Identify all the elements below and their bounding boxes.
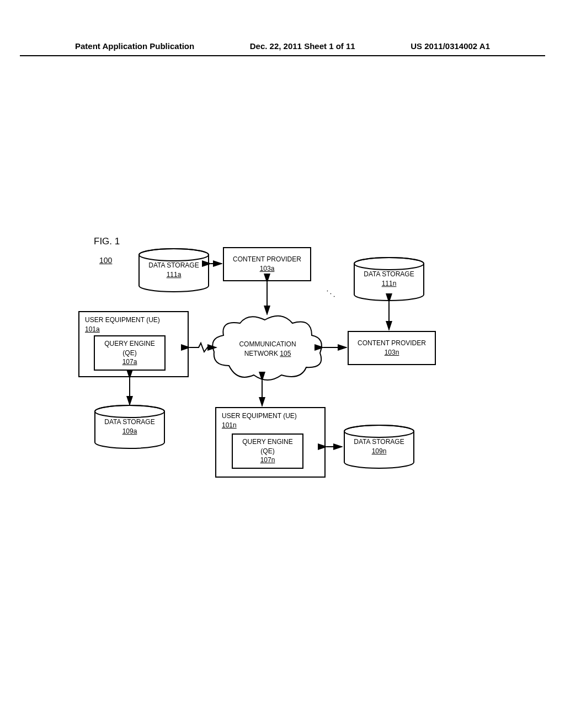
content-provider-103n: CONTENT PROVIDER 103n: [348, 331, 436, 365]
data-storage-111a: DATA STORAGE 111a: [138, 248, 210, 292]
ue-101n-title: USER EQUIPMENT (UE): [222, 412, 297, 420]
qe-107n-title: QUERY ENGINE: [242, 437, 293, 447]
network-ref: 105: [280, 350, 291, 357]
query-engine-107a: QUERY ENGINE (QE) 107a: [94, 335, 166, 371]
network-sub: NETWORK: [244, 350, 280, 357]
ds-111a-ref: 111a: [167, 271, 182, 279]
ds-109n-title: DATA STORAGE: [354, 438, 404, 446]
cp-103a-title: CONTENT PROVIDER: [233, 255, 301, 264]
ue-101a-title: USER EQUIPMENT (UE): [85, 316, 160, 324]
qe-107a-title: QUERY ENGINE: [104, 339, 155, 349]
ds-111n-title: DATA STORAGE: [364, 270, 414, 278]
page: Patent Application Publication Dec. 22, …: [0, 0, 565, 728]
header-right: US 2011/0314002 A1: [411, 41, 490, 51]
network-title: COMMUNICATION: [239, 340, 296, 348]
cp-103a-ref: 103a: [260, 264, 275, 274]
ds-111a-title: DATA STORAGE: [148, 261, 199, 269]
figure-label: FIG. 1: [94, 236, 120, 247]
figure-reference: 100: [99, 256, 112, 265]
cp-103n-title: CONTENT PROVIDER: [358, 339, 426, 348]
ue-101a-ref: 101a: [85, 325, 100, 333]
header-left: Patent Application Publication: [75, 41, 194, 51]
qe-107n-ref: 107n: [260, 456, 275, 465]
query-engine-107n: QUERY ENGINE (QE) 107n: [232, 433, 303, 469]
qe-107a-sub: (QE): [122, 349, 136, 358]
qe-107a-ref: 107a: [122, 357, 137, 367]
figure-1-diagram: FIG. 1 100 DATA STORAGE 111a CONTENT PRO…: [39, 72, 526, 684]
header-center: Dec. 22, 2011 Sheet 1 of 11: [250, 41, 355, 51]
content-provider-103a: CONTENT PROVIDER 103a: [223, 247, 311, 281]
qe-107n-sub: (QE): [260, 447, 274, 456]
data-storage-109a: DATA STORAGE 109a: [94, 405, 166, 449]
cp-103n-ref: 103n: [385, 348, 399, 357]
ds-109n-ref: 109n: [372, 447, 387, 455]
ellipsis-dots: ···: [324, 286, 340, 301]
communication-network: COMMUNICATION NETWORK 105: [210, 313, 326, 385]
ds-109a-title: DATA STORAGE: [104, 418, 154, 426]
data-storage-111n: DATA STORAGE 111n: [353, 257, 425, 301]
page-header: Patent Application Publication Dec. 22, …: [20, 41, 545, 56]
ds-111n-ref: 111n: [382, 280, 397, 287]
ds-109a-ref: 109a: [122, 427, 137, 435]
data-storage-109n: DATA STORAGE 109n: [343, 425, 415, 469]
ue-101n-ref: 101n: [222, 421, 237, 429]
